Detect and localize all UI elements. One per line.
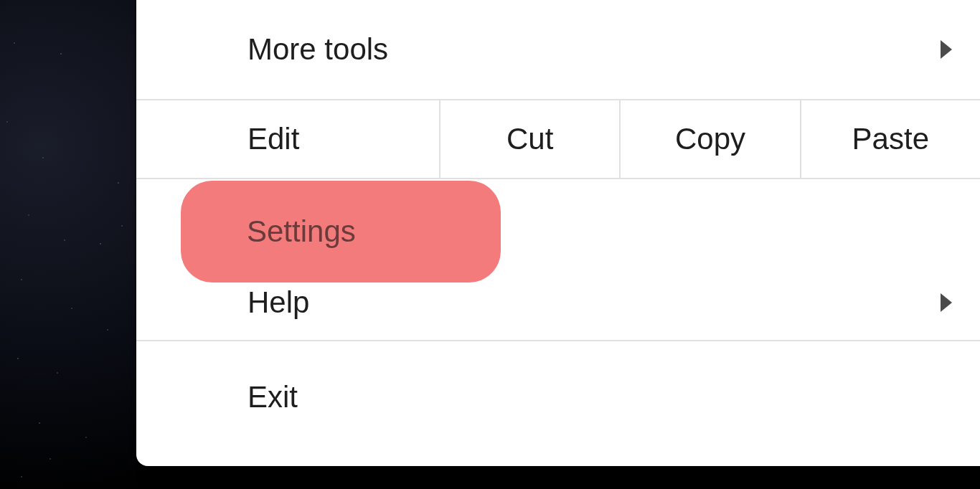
highlight-settings[interactable]: Settings [181,181,501,283]
background-space [0,0,136,489]
chevron-right-icon [938,39,954,60]
menu-item-label: Help [248,285,309,320]
background-bottom [136,466,980,489]
menu-item-label: More tools [248,32,388,67]
menu-button-copy[interactable]: Copy [621,100,801,178]
chevron-right-icon [938,292,954,313]
menu-item-label: Edit [248,122,299,156]
menu-item-label: Paste [852,122,929,156]
menu-row-edit: Edit Cut Copy Paste [136,100,980,179]
menu-item-label: Exit [248,380,298,414]
svg-marker-1 [941,293,952,312]
menu-button-cut[interactable]: Cut [440,100,621,178]
menu-item-more-tools[interactable]: More tools [136,0,980,100]
menu-edit-label: Edit [136,100,440,178]
menu-divider [136,340,980,363]
menu-item-exit[interactable]: Exit [136,363,980,432]
menu-button-paste[interactable]: Paste [801,100,980,178]
menu-item-label: Copy [675,122,745,156]
menu-item-label: Settings [247,214,356,249]
svg-marker-0 [941,40,952,59]
menu-item-label: Cut [507,122,553,156]
